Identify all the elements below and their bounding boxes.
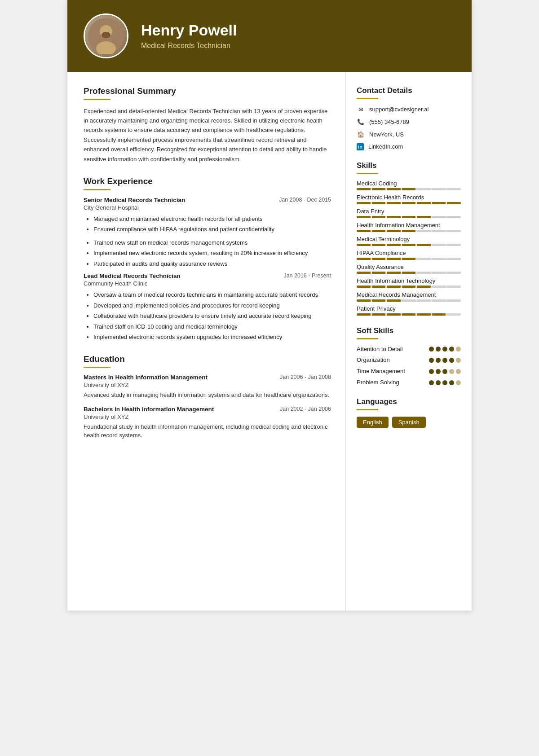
skill-segment [417,313,431,316]
list-item: Managed and maintained electronic health… [93,215,331,224]
skill-segment [402,244,416,246]
soft-skill-item: Organization [357,356,461,364]
skill-bar [357,258,461,260]
contact-linkedin-text: LinkedIn.com [368,143,403,150]
summary-divider [84,99,110,100]
rating-dot [436,358,441,363]
skill-segment [417,230,431,232]
skill-name: Health Information Technology [357,277,461,284]
skill-segment [387,188,401,190]
header: Henry Powell Medical Records Technician [67,0,472,72]
job-2: Lead Medical Records Technician Jan 2016… [84,273,331,342]
list-item: Collaborated with healthcare providers t… [93,312,331,321]
skill-item: Patient Privacy [357,305,461,316]
skill-segment [432,244,446,246]
skill-segment [357,299,371,302]
skill-segment [447,216,461,218]
rating-dot [449,358,454,363]
skills-title: Skills [357,161,461,170]
skill-segment [357,272,371,274]
skill-segment [372,244,386,246]
rating-dot [436,347,441,352]
skill-segment [402,299,416,302]
languages-section: Languages EnglishSpanish [357,397,461,428]
languages-divider [357,409,378,410]
soft-skill-item: Problem Solving [357,379,461,387]
edu-2-desc: Foundational study in health information… [84,422,331,440]
skill-segment [357,202,371,204]
skill-segment [447,188,461,190]
skill-name: Patient Privacy [357,305,461,312]
job-2-bullets: Oversaw a team of medical records techni… [84,290,331,342]
email-icon: ✉ [357,105,365,114]
skill-bar [357,188,461,190]
contact-linkedin: in LinkedIn.com [357,143,461,150]
resume-wrapper: Henry Powell Medical Records Technician … [67,0,472,611]
edu-1-dates: Jan 2006 - Jan 2008 [280,374,331,380]
job-1-bullets: Managed and maintained electronic health… [84,215,331,234]
skill-segment [357,216,371,218]
location-icon: 🏠 [357,131,365,139]
rating-dot [456,380,461,385]
skill-segment [447,202,461,204]
skill-segment [447,299,461,302]
skill-segment [402,272,416,274]
rating-dot [436,369,441,374]
job-2-company: Community Health Clinic [84,280,331,287]
contact-section: Contact Details ✉ support@cvdesigner.ai … [357,86,461,150]
skill-segment [417,299,431,302]
summary-text: Experienced and detail-oriented Medical … [84,106,331,164]
contact-location-text: NewYork, US [369,131,404,138]
skill-segment [387,272,401,274]
skill-name: HIPAA Compliance [357,250,461,256]
contact-divider [357,98,378,99]
skill-segment [417,258,431,260]
list-item: Implemented new electronic records syste… [93,249,331,258]
edu-2-school: University of XYZ [84,413,331,420]
edu-2-degree: Bachelors in Health Information Manageme… [84,406,214,413]
job-1-bullets-2: Trained new staff on medical records man… [84,238,331,268]
skills-section: Skills Medical CodingElectronic Health R… [357,161,461,316]
svg-point-3 [102,32,110,38]
skill-segment [357,244,371,246]
skill-segment [387,258,401,260]
job-2-dates: Jan 2016 - Present [283,273,331,279]
skill-segment [432,230,446,232]
rating-dot [456,369,461,374]
rating-dot [442,347,447,352]
soft-skill-name: Attention to Detail [357,346,429,353]
soft-skills-title: Soft Skills [357,326,461,335]
skill-segment [432,258,446,260]
rating-dot [456,347,461,352]
work-divider [84,189,110,190]
skill-segment [372,216,386,218]
skill-name: Data Entry [357,208,461,215]
rating-dot [449,380,454,385]
skill-segment [357,313,371,316]
skill-segment [402,188,416,190]
soft-skills-list: Attention to DetailOrganizationTime Mana… [357,346,461,387]
rating-dot [429,358,434,363]
skill-item: Medical Records Management [357,291,461,302]
skill-segment [387,244,401,246]
soft-skill-name: Time Management [357,368,429,375]
skill-item: Quality Assurance [357,264,461,274]
list-item: Developed and implemented policies and p… [93,301,331,310]
rating-dot [449,369,454,374]
left-column: Professional Summary Experienced and det… [67,72,346,611]
skill-bar [357,230,461,232]
header-name: Henry Powell [141,22,237,39]
list-item: Trained new staff on medical records man… [93,238,331,247]
body-row: Professional Summary Experienced and det… [67,72,472,611]
skill-segment [372,313,386,316]
list-item: Implemented electronic records system up… [93,333,331,342]
skill-segment [387,286,401,288]
skill-segment [372,230,386,232]
skill-segment [372,188,386,190]
edu-1: Masters in Health Information Management… [84,374,331,400]
skill-segment [432,202,446,204]
skill-bar [357,299,461,302]
rating-dot [456,358,461,363]
skill-item: Medical Terminology [357,236,461,246]
skill-segment [432,313,446,316]
